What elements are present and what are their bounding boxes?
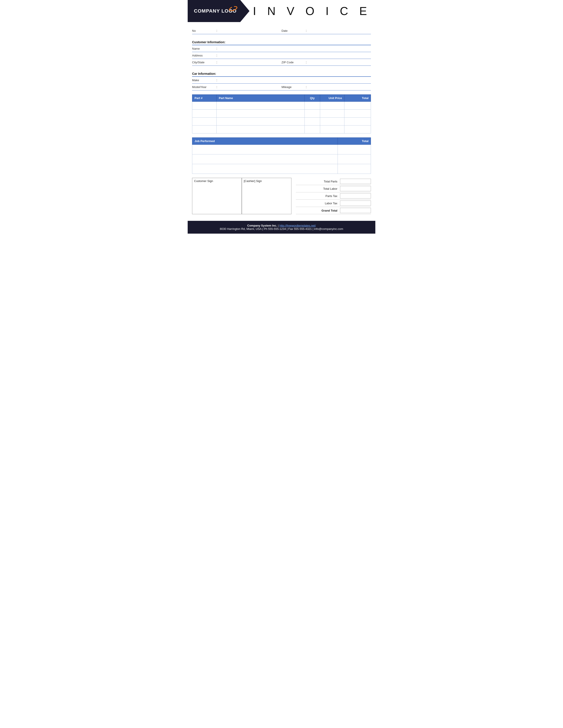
modelyear-mileage-row: Model/Year : Mileage : bbox=[192, 84, 371, 90]
part-name-cell bbox=[216, 102, 305, 110]
cashier-sign-label: [Cashier] Sign bbox=[244, 179, 262, 183]
zipcode-colon: : bbox=[306, 60, 307, 64]
address-value bbox=[219, 53, 371, 57]
part-name-cell bbox=[216, 118, 305, 126]
col-job: Job Performed bbox=[192, 138, 338, 145]
customer-name-row: Name : bbox=[192, 45, 371, 52]
unit-price-cell bbox=[320, 110, 345, 118]
parts-tax-value bbox=[340, 193, 371, 199]
no-date-row: No : Date : bbox=[192, 27, 371, 34]
job-table-header: Job Performed Total bbox=[192, 138, 371, 145]
table-row bbox=[192, 145, 371, 154]
citystate-zip-row: City/State : ZIP Code : bbox=[192, 59, 371, 66]
swoosh-icon bbox=[229, 6, 237, 11]
no-field: No : bbox=[192, 27, 282, 34]
zipcode-label: ZIP Code bbox=[282, 61, 306, 64]
table-row bbox=[192, 164, 371, 174]
name-label: Name bbox=[192, 47, 216, 50]
parts-table: Part # Part Name Qty Unit Price Total bbox=[192, 94, 371, 133]
part-num-cell bbox=[192, 126, 216, 133]
modelyear-value bbox=[219, 85, 282, 89]
make-colon: : bbox=[216, 78, 217, 82]
total-cell bbox=[345, 126, 371, 133]
mileage-field: Mileage : bbox=[282, 84, 371, 90]
grand-total-value bbox=[340, 208, 371, 213]
make-value bbox=[219, 78, 371, 82]
total-parts-label: Total Parts bbox=[296, 180, 340, 183]
job-table: Job Performed Total bbox=[192, 137, 371, 174]
no-label: No bbox=[192, 29, 216, 32]
sign-totals-row: Customer Sign [Cashier] Sign Total Parts… bbox=[192, 178, 371, 214]
mileage-colon: : bbox=[306, 85, 307, 89]
sign-area: Customer Sign [Cashier] Sign bbox=[192, 178, 292, 214]
job-desc-cell bbox=[192, 154, 338, 164]
job-total-cell bbox=[338, 154, 371, 164]
customer-sign-box: Customer Sign bbox=[192, 178, 242, 214]
no-colon: : bbox=[216, 29, 217, 32]
customer-section-title: Customer Information: bbox=[192, 40, 225, 44]
logo-area: COMPANY LOGO bbox=[188, 0, 249, 22]
unit-price-cell bbox=[320, 102, 345, 110]
total-labor-value bbox=[340, 186, 371, 191]
col-job-total: Total bbox=[338, 138, 371, 145]
parts-table-header: Part # Part Name Qty Unit Price Total bbox=[192, 95, 371, 102]
col-unit-price: Unit Price bbox=[320, 95, 345, 102]
job-desc-cell bbox=[192, 145, 338, 154]
total-cell bbox=[345, 110, 371, 118]
name-colon: : bbox=[216, 47, 217, 50]
name-value bbox=[219, 47, 371, 51]
part-name-cell bbox=[216, 110, 305, 118]
totals-area: Total Parts Total Labor Parts Tax Labor … bbox=[296, 178, 371, 214]
footer-website-link[interactable]: http://freewordtemplates.net/ bbox=[279, 224, 316, 227]
date-field: Date : bbox=[282, 27, 371, 34]
total-parts-value bbox=[340, 179, 371, 184]
footer-line1: Company System Inc. | http://freewordtem… bbox=[190, 224, 373, 227]
car-section-header: Car Information: bbox=[192, 70, 371, 77]
grand-total-label: Grand Total bbox=[296, 209, 340, 212]
svg-point-0 bbox=[229, 6, 237, 11]
citystate-label: City/State bbox=[192, 61, 216, 64]
car-make-row: Make : bbox=[192, 77, 371, 84]
customer-address-row: Address : bbox=[192, 52, 371, 59]
job-section: Job Performed Total bbox=[188, 137, 375, 174]
parts-tax-row: Parts Tax bbox=[296, 192, 371, 200]
mileage-value bbox=[309, 85, 371, 89]
table-row bbox=[192, 102, 371, 110]
citystate-colon: : bbox=[216, 60, 217, 64]
date-label: Date bbox=[282, 29, 306, 32]
citystate-field: City/State : bbox=[192, 59, 282, 66]
qty-cell bbox=[305, 102, 320, 110]
col-part-num: Part # bbox=[192, 95, 216, 102]
customer-section-header: Customer Information: bbox=[192, 38, 371, 45]
table-row bbox=[192, 110, 371, 118]
total-labor-row: Total Labor bbox=[296, 185, 371, 192]
footer-company-name: Company System Inc. bbox=[247, 224, 277, 227]
part-num-cell bbox=[192, 118, 216, 126]
mileage-label: Mileage bbox=[282, 85, 306, 89]
labor-tax-row: Labor Tax bbox=[296, 200, 371, 207]
modelyear-colon: : bbox=[216, 85, 217, 89]
labor-tax-value bbox=[340, 201, 371, 206]
total-parts-row: Total Parts bbox=[296, 178, 371, 185]
make-label: Make bbox=[192, 79, 216, 82]
part-num-cell bbox=[192, 102, 216, 110]
address-colon: : bbox=[216, 54, 217, 57]
page-header: COMPANY LOGO I N V O I C E bbox=[188, 0, 375, 22]
date-value bbox=[309, 29, 371, 33]
col-total: Total bbox=[345, 95, 371, 102]
invoice-title-area: I N V O I C E bbox=[249, 0, 375, 22]
col-part-name: Part Name bbox=[216, 95, 305, 102]
job-total-cell bbox=[338, 164, 371, 174]
job-desc-cell bbox=[192, 164, 338, 174]
parts-tax-label: Parts Tax bbox=[296, 194, 340, 198]
qty-cell bbox=[305, 110, 320, 118]
parts-section: Part # Part Name Qty Unit Price Total bbox=[188, 94, 375, 133]
zipcode-value bbox=[309, 60, 371, 64]
grand-total-row: Grand Total bbox=[296, 207, 371, 214]
cashier-sign-box: [Cashier] Sign bbox=[242, 178, 292, 214]
qty-cell bbox=[305, 126, 320, 133]
car-section-title: Car Information: bbox=[192, 72, 216, 75]
no-value bbox=[219, 29, 282, 33]
invoice-title: I N V O I C E bbox=[253, 4, 371, 18]
date-colon: : bbox=[306, 29, 307, 32]
